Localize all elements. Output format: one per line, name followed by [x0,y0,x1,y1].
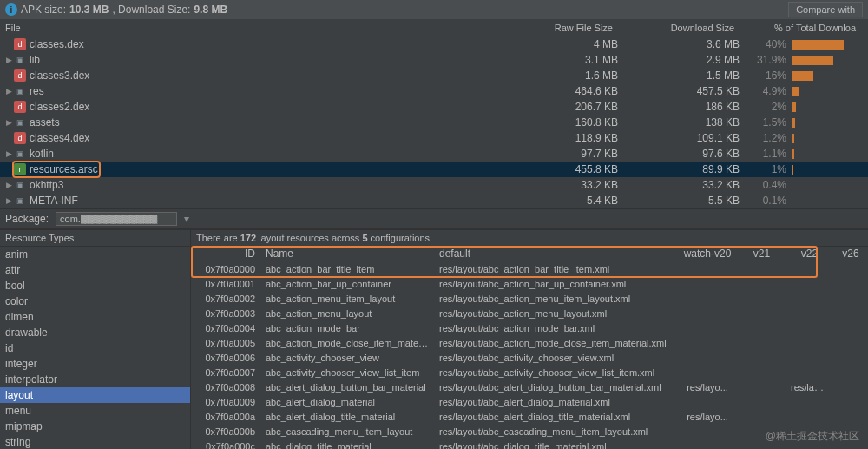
folder-icon: ▣ [14,116,26,129]
file-row[interactable]: ▶▣kotlin97.7 KB97.6 KB1.1% [0,146,868,162]
resource-summary: There are 172 layout resources across 5 … [191,230,868,247]
download-size: 89.9 KB [625,163,746,175]
resource-row[interactable]: 0x7f0a0001abc_action_bar_up_containerres… [191,276,868,291]
download-size: 2.9 MB [625,54,746,66]
resource-type-item[interactable]: anim [0,247,190,262]
resource-name: abc_action_bar_title_item [260,264,434,274]
resource-row[interactable]: 0x7f0a0006abc_activity_chooser_viewres/l… [191,350,868,365]
resource-type-item[interactable]: bool [0,278,190,294]
resource-row[interactable]: 0x7f0a0003abc_action_menu_layoutres/layo… [191,306,868,320]
resource-row[interactable]: 0x7f0a0009abc_alert_dialog_materialres/l… [191,394,868,409]
col-download-size[interactable]: Download Size [618,23,740,33]
resource-type-item[interactable]: dimen [0,309,190,325]
resource-default: res/layout/abc_action_menu_item_layout.x… [434,294,677,304]
expand-icon[interactable]: ▶ [5,196,12,205]
expand-icon[interactable]: ▶ [5,149,12,158]
col-raw-size[interactable]: Raw File Size [496,23,618,33]
file-row[interactable]: rresources.arsc455.8 KB89.9 KB1% [0,162,868,177]
file-row[interactable]: ▶▣META-INF5.4 KB5.5 KB0.1% [0,193,868,208]
resource-id: 0x7f0a0001 [191,279,260,289]
percent: 1.2% [746,132,790,144]
apk-size-value: 10.3 MB [69,3,108,16]
percent: 31.9% [746,54,790,66]
file-row[interactable]: ▶▣res464.6 KB457.5 KB4.9% [0,83,868,99]
file-name: okhttp3 [28,179,503,191]
resource-type-item[interactable]: color [0,294,190,309]
resource-type-item[interactable]: layout [0,387,190,403]
compare-with-button[interactable]: Compare with [788,2,863,17]
percent: 1.1% [746,148,790,160]
resource-row[interactable]: 0x7f0a0008abc_alert_dialog_button_bar_ma… [191,380,868,394]
resource-type-item[interactable]: integer [0,356,190,372]
raw-size: 206.7 KB [503,101,625,113]
col-default[interactable]: default [434,248,677,260]
resource-row[interactable]: 0x7f0a000aabc_alert_dialog_title_materia… [191,409,868,424]
dex-file-icon: d [14,69,26,82]
file-row[interactable]: dclasses2.dex206.7 KB186 KB2% [0,99,868,115]
file-name: classes4.dex [28,132,503,144]
percent: 0.1% [746,195,790,207]
resource-name: abc_alert_dialog_title_material [260,412,434,422]
col-file[interactable]: File [0,23,496,33]
resource-id: 0x7f0a0006 [191,353,260,363]
resource-id: 0x7f0a0003 [191,308,260,319]
file-row[interactable]: ▶▣okhttp333.2 KB33.2 KB0.4% [0,177,868,193]
resource-row[interactable]: 0x7f0a0000abc_action_bar_title_itemres/l… [191,261,868,276]
resource-id: 0x7f0a000b [191,426,260,437]
expand-icon[interactable]: ▶ [5,87,12,96]
resource-types-panel: Resource Types animattrboolcolordimendra… [0,230,191,449]
resource-name: abc_activity_chooser_view_list_item [260,367,434,378]
resource-name: abc_action_mode_bar [260,323,434,333]
expand-icon[interactable]: ▶ [5,56,12,64]
file-row[interactable]: dclasses4.dex118.9 KB109.1 KB1.2% [0,130,868,146]
file-row[interactable]: ▶▣assets160.8 KB138 KB1.5% [0,115,868,130]
col-v21[interactable]: v21 [738,248,786,260]
resource-row[interactable]: 0x7f0a0005abc_action_mode_close_item_mat… [191,335,868,350]
expand-icon[interactable]: ▶ [5,181,12,189]
resource-name: abc_cascading_menu_item_layout [260,426,434,437]
raw-size: 3.1 MB [503,54,625,66]
resource-default: res/layout/abc_action_menu_layout.xml [434,308,677,319]
col-name[interactable]: Name [260,248,434,260]
resource-name: abc_dialog_title_material [260,441,434,449]
raw-size: 118.9 KB [503,132,625,144]
col-percent[interactable]: % of Total Downloa [740,23,861,33]
col-v26[interactable]: v26 [833,248,868,260]
resource-type-item[interactable]: drawable [0,325,190,340]
resource-row[interactable]: 0x7f0a0002abc_action_menu_item_layoutres… [191,291,868,306]
resource-name: abc_alert_dialog_material [260,397,434,407]
resource-type-item[interactable]: id [0,340,190,356]
file-row[interactable]: ▶▣lib3.1 MB2.9 MB31.9% [0,52,868,68]
resource-id: 0x7f0a0004 [191,323,260,333]
resource-row[interactable]: 0x7f0a0004abc_action_mode_barres/layout/… [191,320,868,335]
percent: 1% [746,163,790,175]
resource-type-item[interactable]: string [0,434,190,449]
download-size: 109.1 KB [625,132,746,144]
percent-bar [792,56,833,65]
expand-icon[interactable]: ▶ [5,118,12,127]
resource-default: res/layout/abc_activity_chooser_view.xml [434,353,677,363]
folder-icon: ▣ [14,85,26,97]
resource-type-item[interactable]: interpolator [0,372,190,387]
col-watch-v20[interactable]: watch-v20 [677,248,738,260]
package-input[interactable] [56,212,177,226]
percent: 2% [746,101,790,113]
resource-type-item[interactable]: mipmap [0,419,190,434]
folder-icon: ▣ [14,54,26,66]
resource-default: res/layout/abc_cascading_menu_item_layou… [434,426,677,437]
resource-rows[interactable]: 0x7f0a0000abc_action_bar_title_itemres/l… [191,261,868,449]
resource-type-item[interactable]: attr [0,262,190,278]
col-id[interactable]: ID [191,248,260,260]
file-row[interactable]: dclasses.dex4 MB3.6 MB40% [0,36,868,52]
watermark: @稀土掘金技术社区 [766,429,859,444]
file-row[interactable]: dclasses3.dex1.6 MB1.5 MB16% [0,68,868,83]
download-size: 3.6 MB [625,38,746,50]
col-v22[interactable]: v22 [786,248,833,260]
dex-file-icon: d [14,132,26,144]
file-tree[interactable]: dclasses.dex4 MB3.6 MB40%▶▣lib3.1 MB2.9 … [0,36,868,208]
resource-row[interactable]: 0x7f0a0007abc_activity_chooser_view_list… [191,365,868,380]
resource-type-item[interactable]: menu [0,403,190,419]
dropdown-icon[interactable]: ▾ [184,213,189,225]
percent: 16% [746,69,790,82]
dl-size-value: 9.8 MB [194,3,227,16]
